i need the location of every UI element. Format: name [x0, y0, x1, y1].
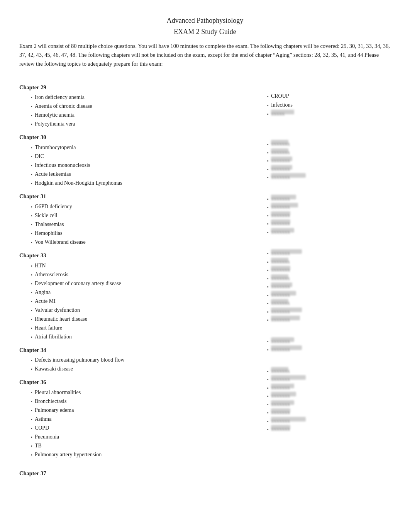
redacted-text: xxxxxxx — [271, 203, 298, 207]
list-item: ▪COPD — [31, 424, 259, 432]
list-item: ▪Thrombocytopenia — [31, 143, 259, 151]
list-item: ▪Acute leukemias — [31, 170, 259, 178]
right-item-text: CROUP — [271, 92, 289, 100]
bullet-icon: ▪ — [267, 376, 269, 383]
bullet-icon: ▪ — [267, 393, 269, 399]
list-item: ▪Pleural abnormalities — [31, 388, 259, 396]
redacted-text: xxxxxxx — [271, 219, 290, 224]
page-title: Advanced Pathophysiology — [19, 15, 391, 26]
redacted-text: xxxxxxx — [271, 148, 288, 153]
bullet-icon: ▪ — [267, 93, 269, 100]
list-item-text: HTN — [35, 262, 46, 270]
bullet-icon: ▪ — [31, 121, 32, 127]
redacted-text: xxxxxxx — [271, 228, 294, 233]
redacted-text: xxxxxxx — [271, 291, 296, 296]
bullet-icon: ▪ — [31, 239, 32, 246]
bullet-icon: ▪ — [267, 368, 269, 375]
right-list-item: ▪xxxxx — [267, 110, 391, 117]
right-list-item: ▪xxxxxxx — [267, 384, 391, 391]
list-item: ▪Hemophilias — [31, 229, 259, 237]
right-list-item: ▪xxxxxxx — [267, 345, 391, 353]
list-item-text: Acute leukemias — [35, 170, 71, 178]
right-list-item: ▪xxxxxxx — [267, 258, 391, 265]
list-item-text: Development of coronary artery disease — [35, 279, 121, 287]
list-item: ▪DIC — [31, 152, 259, 160]
right-chapter-spacer — [267, 186, 391, 195]
right-list-item: ▪xxxxxxx — [267, 140, 391, 148]
chapter-list: ▪Defects increasing pulmonary blood flow… — [19, 356, 259, 373]
right-list-item: ▪xxxxxxx — [267, 367, 391, 375]
list-item: ▪Atherosclerosis — [31, 270, 259, 279]
right-col-content: ▪CROUP▪Infections▪xxxxx▪xxxxxxx▪xxxxxxx▪… — [267, 83, 391, 433]
list-item: ▪Defects increasing pulmonary blood flow — [31, 356, 259, 364]
redacted-text: xxxxxxx — [271, 425, 290, 430]
bullet-icon: ▪ — [267, 309, 269, 315]
redacted-text: xxxxxxx — [271, 140, 288, 144]
right-list-item: ▪xxxxxxx — [267, 219, 391, 227]
right-list-item: ▪xxxxxxx — [267, 316, 391, 323]
bullet-icon: ▪ — [31, 144, 32, 151]
list-item-text: Hodgkin and Non-Hodgkin Lymphomas — [35, 179, 122, 187]
right-list-item: ▪xxxxxxx — [267, 165, 391, 173]
right-chapter-spacer — [267, 329, 391, 337]
right-chapter-spacer — [267, 359, 391, 367]
page-subtitle: EXAM 2 Study Guide — [19, 27, 391, 37]
redacted-text: xxxxxxx — [271, 165, 292, 170]
list-item: ▪Anemia of chronic disease — [31, 102, 259, 110]
bullet-icon: ▪ — [31, 425, 32, 432]
bullet-icon: ▪ — [267, 275, 269, 282]
content-area: Chapter 29▪Iron deficiency anemia▪Anemia… — [19, 78, 391, 461]
list-item-text: Valvular dysfunction — [35, 306, 80, 314]
list-item: ▪Atrial fibrillation — [31, 333, 259, 341]
list-item-text: Von Willebrand disease — [35, 238, 86, 246]
right-chapter-spacer — [267, 241, 391, 249]
bullet-icon: ▪ — [31, 398, 32, 405]
redacted-text: xxxxxxx — [271, 417, 306, 422]
redacted-text: xxxxxxx — [271, 337, 294, 342]
right-spacer-row — [267, 118, 391, 126]
right-list-item: ▪xxxxxxx — [267, 282, 391, 290]
right-list-item: ▪xxxxxxx — [267, 375, 391, 383]
list-item-text: Acute MI — [35, 297, 56, 305]
list-item: ▪Rheumatic heart disease — [31, 315, 259, 323]
bullet-icon: ▪ — [31, 452, 32, 458]
list-item-text: DIC — [35, 152, 44, 160]
list-item-text: Sickle cell — [35, 211, 58, 219]
bullet-icon: ▪ — [31, 289, 32, 296]
right-list-item: ▪xxxxxxx — [267, 228, 391, 236]
list-item-text: Pulmonary artery hypertension — [35, 450, 102, 459]
bullet-icon: ▪ — [31, 316, 32, 323]
list-item-text: Atherosclerosis — [35, 270, 68, 279]
right-chapter-spacer — [267, 131, 391, 140]
list-item-text: Angina — [35, 288, 51, 296]
redacted-text: xxxxxxx — [271, 156, 292, 161]
right-list-item: ▪CROUP — [267, 92, 391, 100]
bullet-icon: ▪ — [267, 418, 269, 425]
chapter-heading: Chapter 33 — [19, 252, 259, 260]
bullet-icon: ▪ — [31, 103, 32, 110]
bullet-icon: ▪ — [267, 174, 269, 181]
right-list-item: ▪xxxxxxx — [267, 408, 391, 416]
list-item-text: Bronchiectasis — [35, 397, 66, 405]
list-item: ▪Kawasaki disease — [31, 365, 259, 373]
bullet-icon: ▪ — [267, 250, 269, 257]
list-item: ▪Angina — [31, 288, 259, 296]
right-list-item: ▪xxxxxxx — [267, 148, 391, 156]
bullet-icon: ▪ — [31, 153, 32, 160]
bullet-icon: ▪ — [31, 389, 32, 396]
chapter-list: ▪HTN▪Atherosclerosis▪Development of coro… — [19, 262, 259, 341]
right-list-item: ▪xxxxxxx — [267, 203, 391, 211]
bullet-icon: ▪ — [31, 280, 32, 287]
list-item-text: TB — [35, 442, 42, 450]
right-list-item: ▪xxxxxxx — [267, 425, 391, 433]
redacted-text: xxxxxxx — [271, 316, 300, 320]
list-item: ▪Bronchiectasis — [31, 397, 259, 405]
redacted-text: xxxxxxx — [271, 173, 306, 178]
list-item: ▪Asthma — [31, 415, 259, 423]
bullet-icon: ▪ — [31, 180, 32, 187]
chapter-heading: Chapter 29 — [19, 83, 259, 92]
redacted-text: xxxxxxx — [271, 249, 302, 254]
redacted-text: xxxxxxx — [271, 258, 288, 262]
redacted-text: xxxxxxx — [271, 282, 292, 287]
bullet-icon: ▪ — [31, 434, 32, 440]
